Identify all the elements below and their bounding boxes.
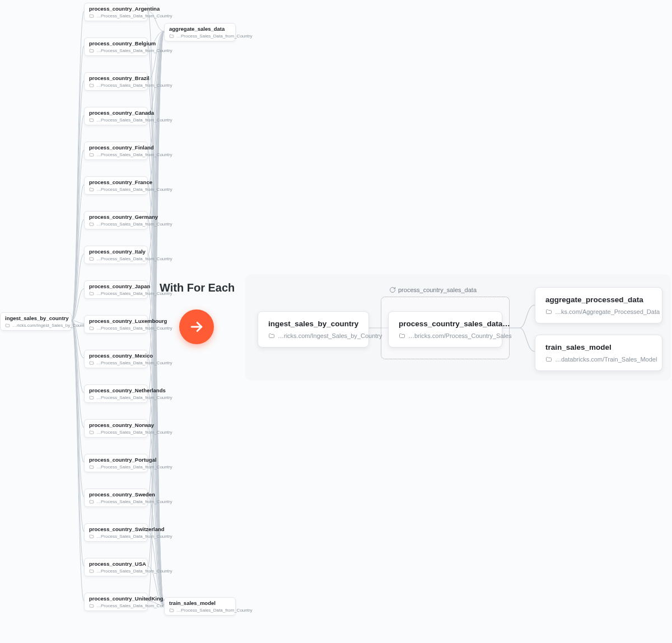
node-sub: …ricks.com/Ingest_Sales_by_Country: [278, 332, 382, 339]
node-country[interactable]: process_country_Switzerland…Process_Sale…: [84, 523, 148, 542]
headline: With For Each: [160, 281, 235, 294]
node-title: process_country_Netherlands: [89, 387, 143, 393]
folder-icon: [89, 256, 94, 261]
node-sub: …databricks.com/Train_Sales_Model: [555, 356, 657, 363]
node-country[interactable]: process_country_Portugal…Process_Sales_D…: [84, 454, 148, 472]
loop-icon: [389, 287, 396, 293]
node-title: process_country_Switzerland: [89, 526, 143, 532]
folder-icon: [89, 326, 94, 331]
node-country[interactable]: process_country_Argentina…Process_Sales_…: [84, 3, 148, 21]
node-country[interactable]: process_country_Norway…Process_Sales_Dat…: [84, 419, 148, 438]
node-sub: …Process_Sales_Data_from_Country: [96, 603, 172, 608]
node-sub: …Process_Sales_Data_from_Country: [96, 48, 172, 53]
folder-icon: [89, 569, 94, 574]
node-title: process_country_Canada: [89, 110, 143, 116]
node-sub: …Process_Sales_Data_from_Country: [176, 608, 253, 613]
node-title: ingest_sales_by_country: [268, 320, 358, 328]
folder-icon: [89, 48, 94, 53]
folder-icon: [545, 308, 552, 315]
node-sub: …Process_Sales_Data_from_Country: [96, 569, 172, 574]
node-country[interactable]: process_country_UnitedKing……Process_Sale…: [84, 593, 148, 611]
node-country[interactable]: process_country_USA…Process_Sales_Data_f…: [84, 558, 148, 576]
node-train[interactable]: train_sales_model …Process_Sales_Data_fr…: [164, 597, 236, 616]
folder-icon: [89, 534, 94, 539]
node-title: process_country_Japan: [89, 283, 143, 289]
folder-icon: [89, 83, 94, 88]
node-sub: …Process_Sales_Data_from_Country: [96, 118, 172, 123]
folder-icon: [89, 291, 94, 296]
node-title: process_country_Belgium: [89, 40, 143, 46]
node-title: process_country_Sweden: [89, 491, 143, 497]
folder-icon: [169, 34, 174, 39]
node-country[interactable]: process_country_France…Process_Sales_Dat…: [84, 176, 148, 195]
big-node-aggregate[interactable]: aggregate_processed_data …ks.com/Aggrega…: [535, 287, 662, 323]
node-title: process_country_Finland: [89, 144, 143, 151]
big-node-process[interactable]: process_country_sales_data… …bricks.com/…: [388, 311, 502, 348]
node-sub: …Process_Sales_Data_from_Country: [96, 534, 172, 539]
node-sub: …ks.com/Aggregate_Processed_Data: [555, 308, 660, 315]
node-country[interactable]: process_country_Brazil…Process_Sales_Dat…: [84, 72, 148, 91]
node-sub: …Process_Sales_Data_from_Country: [96, 222, 172, 227]
folder-icon: [399, 332, 405, 339]
node-sub: …Process_Sales_Data_from_Country: [96, 13, 172, 18]
folder-icon: [89, 360, 94, 365]
folder-icon: [89, 499, 94, 504]
node-country[interactable]: process_country_Japan…Process_Sales_Data…: [84, 280, 148, 299]
node-sub: …Process_Sales_Data_from_Country: [96, 395, 172, 400]
node-sub: …Process_Sales_Data_from_Country: [96, 430, 172, 435]
node-sub: …Process_Sales_Data_from_Country: [96, 464, 172, 470]
node-country[interactable]: process_country_Germany…Process_Sales_Da…: [84, 211, 148, 229]
node-title: train_sales_model: [545, 343, 652, 351]
folder-icon: [89, 222, 94, 227]
node-aggregate[interactable]: aggregate_sales_data …Process_Sales_Data…: [164, 23, 236, 41]
node-title: process_country_Mexico: [89, 353, 143, 359]
node-sub: …ricks.com/Ingest_Sales_by_Country: [12, 323, 88, 328]
folder-icon: [89, 430, 94, 435]
node-title: process_country_Luxembourg: [89, 318, 143, 324]
node-sub: …Process_Sales_Data_from_Country: [96, 360, 172, 365]
big-node-train[interactable]: train_sales_model …databricks.com/Train_…: [535, 335, 662, 371]
for-each-label: process_country_sales_data: [389, 287, 477, 293]
node-sub: …Process_Sales_Data_from_Country: [96, 152, 172, 157]
folder-icon: [89, 13, 94, 18]
node-sub: …Process_Sales_Data_from_Country: [96, 256, 172, 261]
node-country[interactable]: process_country_Luxembourg…Process_Sales…: [84, 315, 148, 334]
node-title: process_country_Portugal: [89, 457, 143, 463]
node-title: process_country_Argentina: [89, 6, 143, 12]
node-country[interactable]: process_country_Canada…Process_Sales_Dat…: [84, 107, 148, 125]
node-country[interactable]: process_country_Netherlands…Process_Sale…: [84, 384, 148, 403]
node-title: process_country_Italy: [89, 248, 143, 255]
big-node-ingest[interactable]: ingest_sales_by_country …ricks.com/Inges…: [258, 311, 369, 348]
node-country[interactable]: process_country_Belgium…Process_Sales_Da…: [84, 37, 148, 56]
node-country[interactable]: process_country_Mexico…Process_Sales_Dat…: [84, 350, 148, 368]
folder-icon: [545, 356, 552, 363]
node-sub: …Process_Sales_Data_from_Country: [96, 187, 172, 192]
node-title: process_country_Germany: [89, 214, 143, 220]
node-title: process_country_France: [89, 179, 143, 185]
node-title: process_country_Brazil: [89, 75, 143, 81]
node-title: train_sales_model: [169, 600, 231, 606]
node-sub: …Process_Sales_Data_from_Country: [176, 34, 253, 39]
folder-icon: [89, 603, 94, 608]
node-title: aggregate_sales_data: [169, 26, 231, 32]
folder-icon: [89, 118, 94, 123]
node-sub: …bricks.com/Process_Country_Sales: [408, 332, 512, 339]
node-country[interactable]: process_country_Finland…Process_Sales_Da…: [84, 142, 148, 160]
for-each-label-text: process_country_sales_data: [398, 287, 477, 293]
node-title: process_country_USA: [89, 561, 143, 567]
folder-icon: [89, 187, 94, 192]
node-sub: …Process_Sales_Data_from_Country: [96, 499, 172, 504]
folder-icon: [89, 395, 94, 400]
node-title: process_country_Norway: [89, 422, 143, 428]
folder-icon: [89, 152, 94, 157]
arrow-transform-icon: [179, 309, 214, 344]
folder-icon: [268, 332, 275, 339]
node-title: process_country_sales_data…: [399, 320, 492, 328]
node-ingest-root[interactable]: ingest_sales_by_country …ricks.com/Inges…: [0, 312, 72, 331]
node-country[interactable]: process_country_Italy…Process_Sales_Data…: [84, 246, 148, 264]
folder-icon: [169, 608, 174, 613]
node-sub: …Process_Sales_Data_from_Country: [96, 83, 172, 88]
folder-icon: [5, 323, 10, 328]
folder-icon: [89, 464, 94, 470]
node-country[interactable]: process_country_Sweden…Process_Sales_Dat…: [84, 489, 148, 507]
